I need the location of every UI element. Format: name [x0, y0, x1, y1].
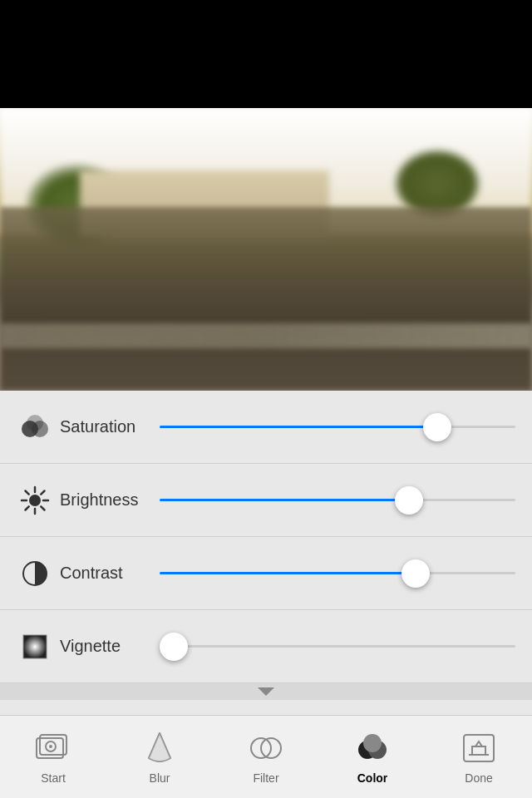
tab-start[interactable]: Start	[0, 722, 106, 793]
svg-point-2	[27, 415, 43, 431]
svg-point-3	[29, 495, 41, 506]
vignette-icon	[17, 628, 53, 665]
brightness-label: Brightness	[60, 490, 160, 510]
tab-blur[interactable]: Blur	[106, 722, 213, 793]
svg-point-17	[49, 745, 52, 748]
tab-color[interactable]: Color	[319, 722, 426, 793]
filter-icon	[248, 730, 284, 766]
vignette-slider[interactable]	[160, 628, 515, 665]
saturation-icon	[17, 409, 53, 446]
controls-arrow	[0, 683, 532, 700]
contrast-label: Contrast	[60, 564, 160, 583]
svg-line-11	[26, 506, 29, 510]
brightness-fill	[160, 499, 409, 501]
image-preview	[0, 108, 532, 391]
color-icon	[354, 730, 391, 766]
saturation-thumb[interactable]	[423, 413, 451, 441]
saturation-row: Saturation	[0, 391, 532, 464]
vignette-row: Vignette	[0, 610, 532, 683]
tab-filter-label: Filter	[253, 771, 278, 785]
arrow-down-icon	[258, 687, 274, 696]
contrast-slider[interactable]	[160, 555, 515, 592]
tab-start-label: Start	[41, 771, 66, 785]
tab-filter[interactable]: Filter	[213, 722, 319, 793]
contrast-fill	[160, 572, 416, 574]
camera-icon	[35, 730, 71, 766]
done-icon	[461, 730, 497, 766]
tab-bar: Start Blur Filter	[0, 715, 532, 798]
vignette-thumb[interactable]	[160, 633, 188, 661]
app: Saturation	[0, 0, 532, 798]
svg-rect-13	[23, 635, 47, 658]
svg-line-10	[41, 490, 44, 494]
svg-rect-23	[464, 735, 494, 761]
tab-done[interactable]: Done	[426, 722, 532, 793]
contrast-thumb[interactable]	[401, 559, 430, 588]
controls-panel: Saturation	[0, 391, 532, 715]
svg-line-8	[26, 490, 29, 494]
brightness-icon	[17, 482, 53, 519]
svg-point-22	[363, 734, 382, 752]
vignette-track	[160, 645, 515, 648]
vignette-label: Vignette	[60, 637, 160, 656]
tab-blur-label: Blur	[150, 771, 170, 785]
contrast-row: Contrast	[0, 537, 532, 610]
contrast-icon	[17, 555, 53, 592]
brightness-thumb[interactable]	[395, 486, 423, 515]
tab-color-label: Color	[357, 771, 388, 785]
saturation-slider[interactable]	[160, 409, 515, 446]
brightness-slider[interactable]	[160, 482, 515, 519]
tab-done-label: Done	[465, 771, 492, 785]
top-bar	[0, 0, 532, 108]
saturation-label: Saturation	[60, 417, 160, 436]
blur-icon	[141, 730, 178, 766]
svg-line-9	[41, 506, 44, 510]
saturation-fill	[160, 426, 437, 428]
brightness-row: Brightness	[0, 464, 532, 537]
